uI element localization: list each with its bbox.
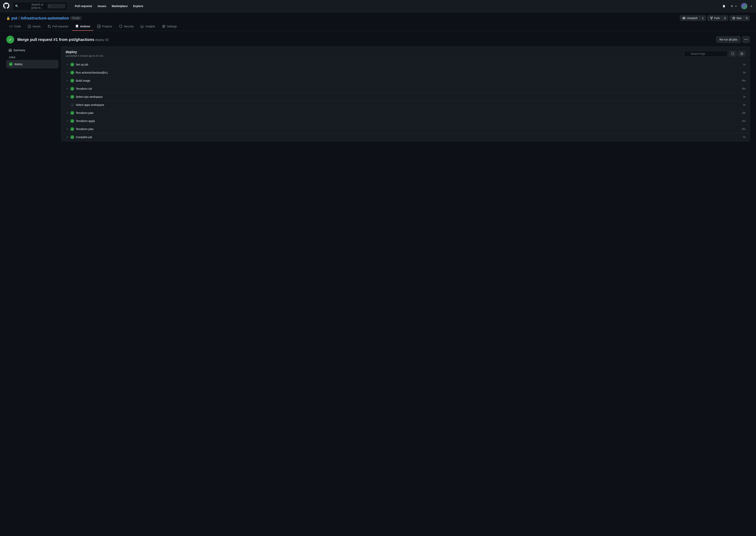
rerun-all-jobs-button[interactable]: Re-run all jobs (716, 36, 740, 43)
breadcrumb-separator: / (18, 16, 20, 20)
step-row[interactable]: Terraform plan25s (62, 125, 749, 133)
sidebar-summary-link[interactable]: Summary (6, 47, 58, 54)
header-nav-pull-requests[interactable]: Pull requests (72, 3, 94, 9)
header-right (721, 3, 753, 9)
refresh-logs-button[interactable] (729, 51, 737, 57)
job-panel-header: deploy succeeded 5 minutes ago in 2m 22s… (62, 47, 749, 61)
chevron-down-icon (734, 5, 738, 8)
step-row[interactable]: Terraform init26s (62, 85, 749, 93)
tab-actions[interactable]: Actions (72, 22, 93, 31)
repo-actions: Unwatch 1 Fork 0 Star 0 (680, 16, 750, 21)
tab-security[interactable]: Security (116, 22, 137, 31)
header-nav: Pull requests Issues Marketplace Explore (72, 3, 146, 9)
step-status-icon (70, 119, 74, 123)
repo-owner-link[interactable]: pst (12, 16, 17, 20)
fork-label: Fork (714, 17, 720, 20)
workflow-title-block: Merge pull request #1 from pst/ghactions… (17, 37, 109, 42)
code-icon (10, 25, 13, 28)
step-expand-chevron (66, 96, 69, 98)
ellipsis-icon (744, 38, 747, 41)
job-panel-subtitle: succeeded 5 minutes ago in 2m 22s (66, 54, 103, 57)
user-avatar[interactable] (741, 3, 747, 9)
unwatch-label: Unwatch (687, 17, 697, 20)
star-label: Star (737, 17, 741, 20)
step-row[interactable]: Select apps workspace0s (62, 101, 749, 109)
eye-icon (682, 17, 686, 20)
search-placeholder-text: Search or jump to... (31, 3, 46, 9)
step-expand-chevron (66, 128, 69, 130)
global-search[interactable]: 🔍 Search or jump to... / (13, 2, 68, 11)
step-name: Set up job (76, 63, 736, 66)
fork-button[interactable]: Fork (707, 16, 722, 21)
step-status-icon (70, 87, 74, 91)
tab-insights[interactable]: Insights (138, 22, 158, 31)
tab-projects[interactable]: Projects (94, 22, 115, 31)
step-status-icon (70, 135, 74, 139)
tab-settings[interactable]: Settings (159, 22, 180, 31)
step-name: Terraform plan (76, 111, 736, 115)
workflow-subtitle-text: deploy #2 (95, 38, 109, 42)
sidebar-job-deploy[interactable]: deploy (6, 60, 58, 68)
notifications-button[interactable] (721, 3, 727, 9)
issues-icon (28, 25, 31, 28)
step-row[interactable]: Build image45s (62, 77, 749, 85)
bell-icon (723, 5, 726, 8)
job-panel-controls: 🔍 (684, 51, 745, 57)
repo-name-link[interactable]: infrastructure-automation (21, 16, 69, 20)
unwatch-count[interactable]: 1 (700, 16, 706, 21)
header-nav-explore[interactable]: Explore (131, 3, 146, 9)
job-panel-title: deploy (66, 50, 103, 54)
sidebar: Summary Jobs deploy (6, 47, 61, 141)
home-icon (9, 49, 12, 52)
more-options-button[interactable] (742, 36, 750, 43)
fork-count[interactable]: 0 (722, 16, 728, 21)
avatar-chevron-icon[interactable] (750, 5, 753, 8)
unwatch-button[interactable]: Unwatch (680, 16, 700, 21)
step-duration: 15s (738, 119, 745, 122)
step-row[interactable]: Set up job1s (62, 61, 749, 69)
star-button[interactable]: Star (730, 16, 744, 21)
step-row[interactable]: Complete job0s (62, 133, 749, 141)
main-content: Summary Jobs deploy deploy succeeded 5 m… (0, 47, 756, 148)
github-logo-link[interactable] (3, 3, 10, 10)
create-button[interactable] (729, 3, 739, 9)
step-row[interactable]: Select ops workspace3s (62, 93, 749, 101)
step-status-icon (70, 63, 74, 67)
summary-label: Summary (14, 49, 25, 52)
step-row[interactable]: Terraform plan23s (62, 109, 749, 117)
settings-logs-button[interactable] (738, 51, 745, 57)
step-row[interactable]: Run actions/checkout@v10s (62, 69, 749, 77)
step-expand-chevron (66, 80, 69, 82)
security-icon (119, 25, 122, 28)
step-duration: 0s (738, 136, 745, 139)
tab-issues[interactable]: Issues (25, 22, 44, 31)
job-panel-title-block: deploy succeeded 5 minutes ago in 2m 22s (66, 50, 103, 57)
settings-icon (162, 25, 165, 28)
deploy-job-label: deploy (15, 63, 22, 66)
tab-pull-requests[interactable]: Pull requests (45, 22, 71, 31)
step-status-icon (70, 103, 74, 107)
step-expand-chevron (66, 136, 69, 138)
step-expand-chevron (66, 63, 69, 66)
star-count[interactable]: 0 (744, 16, 750, 21)
step-name: Select apps workspace (76, 103, 736, 107)
step-row[interactable]: Terraform apply15s (62, 117, 749, 125)
check-small-icon (10, 63, 12, 65)
header-nav-issues[interactable]: Issues (95, 3, 109, 9)
star-group: Star 0 (730, 16, 750, 21)
step-name: Terraform plan (76, 127, 736, 131)
workflow-success-icon (6, 36, 14, 44)
github-logo-icon (3, 3, 10, 9)
refresh-icon (731, 52, 734, 55)
actions-icon (75, 25, 79, 28)
star-icon (732, 17, 735, 20)
check-icon (9, 38, 12, 41)
step-duration: 1s (738, 63, 745, 66)
header-nav-marketplace[interactable]: Marketplace (110, 3, 130, 9)
main-header: 🔍 Search or jump to... / Pull requests I… (0, 0, 756, 12)
tab-code[interactable]: Code (6, 22, 24, 31)
search-icon: 🔍 (15, 5, 30, 8)
visibility-badge: Private (70, 16, 82, 20)
deploy-job-status-icon (9, 62, 13, 66)
search-logs-input[interactable] (684, 51, 728, 57)
